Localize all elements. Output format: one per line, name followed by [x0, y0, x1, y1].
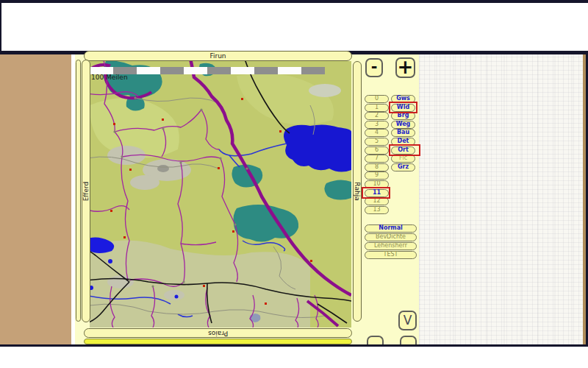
left-brown-strip	[0, 54, 71, 344]
level-button-13[interactable]: 13	[365, 206, 389, 214]
pan-south-button[interactable]: Praios	[84, 328, 352, 338]
map-artwork	[90, 61, 351, 328]
pan-west-button[interactable]: Efferd	[82, 60, 90, 322]
confirm-button[interactable]: V	[398, 311, 417, 330]
compass-west-label: Efferd	[82, 181, 90, 201]
compass-east-label: Rahja	[354, 182, 361, 200]
left-slider-track	[76, 60, 81, 322]
level-button-1[interactable]: 1	[365, 104, 389, 112]
compass-north-label: Firun	[209, 52, 226, 60]
layer-toggle-bau[interactable]: Bau	[391, 129, 415, 137]
pan-east-button[interactable]: Rahja	[353, 61, 362, 322]
zoom-in-button[interactable]: +	[395, 57, 415, 78]
clipped-button-left[interactable]	[367, 336, 384, 344]
level-button-9[interactable]: 9	[365, 171, 389, 180]
layer-toggle-weg[interactable]: Weg	[391, 121, 415, 129]
level-button-7[interactable]: 7	[365, 155, 389, 163]
level-button-3[interactable]: 3	[365, 121, 389, 129]
level-button-5[interactable]: 5	[365, 138, 389, 146]
map-canvas[interactable]: 100 Meilen	[90, 61, 351, 328]
clipped-button-right[interactable]	[400, 336, 417, 344]
window-top-border	[0, 0, 588, 3]
layer-toggle-grz[interactable]: Grz	[391, 163, 415, 171]
map-scale-label: 100 Meilen	[91, 74, 128, 81]
level-button-6[interactable]: 6	[365, 146, 389, 155]
selection-marker-11	[362, 187, 390, 199]
selection-marker-ort	[389, 144, 420, 156]
mode-button-bevdichte[interactable]: BevDichte	[365, 233, 417, 241]
level-button-8[interactable]: 8	[365, 163, 389, 171]
mode-button-lehensherr[interactable]: Lehensherr	[365, 242, 417, 250]
window-left-border	[0, 3, 1, 52]
app-window: Firun Efferd Rahja Praios	[0, 0, 588, 368]
level-button-0[interactable]: 0	[365, 95, 389, 103]
pan-north-button[interactable]: Firun	[84, 51, 352, 61]
header-blank-area	[1, 3, 588, 51]
bottom-frame-line	[0, 344, 588, 347]
zoom-out-button[interactable]: -	[365, 58, 383, 77]
bottom-blank-area	[0, 347, 588, 368]
level-button-2[interactable]: 2	[365, 112, 389, 120]
level-button-4[interactable]: 4	[365, 129, 389, 137]
compass-south-label: Praios	[208, 330, 228, 337]
selection-marker-wld	[389, 102, 417, 113]
bottom-partial-bar[interactable]	[84, 339, 352, 344]
right-texture-area	[419, 54, 583, 344]
mode-button-normal[interactable]: Normal	[365, 224, 417, 233]
mode-button-test[interactable]: TEST	[365, 251, 417, 259]
